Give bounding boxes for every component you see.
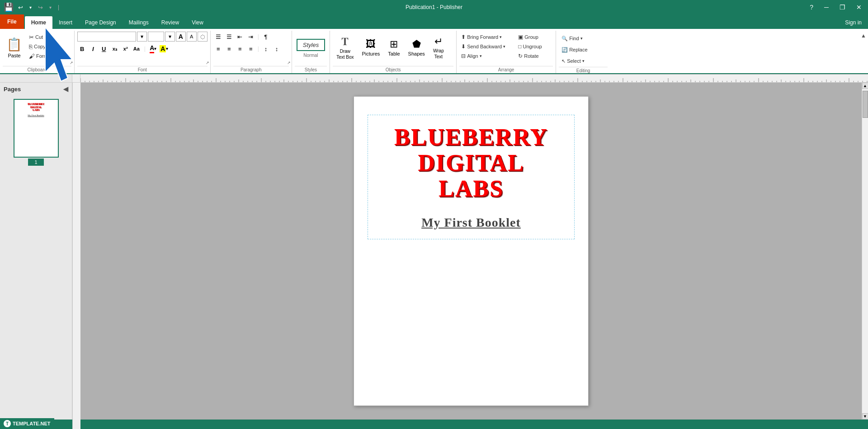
cut-button[interactable]: ✂ Cut xyxy=(27,33,71,42)
ungroup-label: Ungroup xyxy=(523,44,542,49)
pages-collapse-button[interactable]: ◀ xyxy=(63,85,68,93)
find-button[interactable]: 🔍 Find ▾ xyxy=(559,33,585,43)
shapes-icon: ⬟ xyxy=(412,38,421,50)
select-arrow: ▾ xyxy=(582,59,585,63)
qat-redo[interactable]: ↪ xyxy=(36,3,45,12)
align-left-button[interactable]: ≡ xyxy=(213,44,223,54)
clipboard-expand[interactable]: ↗ xyxy=(70,61,73,65)
draw-text-box-button[interactable]: 𝐓 Draw Text Box xyxy=(333,32,357,63)
pages-header: Pages ◀ xyxy=(0,83,72,95)
underline-button[interactable]: U xyxy=(99,44,109,54)
restore-button[interactable]: ❐ xyxy=(837,3,848,12)
align-icon: ⊟ xyxy=(461,53,466,59)
wrap-text-button[interactable]: ↵ Wrap Text xyxy=(429,32,448,63)
ungroup-button[interactable]: □ Ungroup xyxy=(516,42,543,51)
qat-undo-arrow[interactable]: ▾ xyxy=(28,4,33,11)
group-label: Group xyxy=(524,34,538,40)
tab-file[interactable]: File xyxy=(0,14,24,29)
scroll-up-button[interactable]: ▲ xyxy=(862,83,868,89)
font-name-input[interactable] xyxy=(77,32,136,42)
clipboard-secondary: ✂ Cut ⎘ Copy 🖌 Format Painter xyxy=(27,32,71,61)
bold-button[interactable]: B xyxy=(77,44,87,54)
font-shrink-button[interactable]: A xyxy=(187,32,197,42)
font-size-input[interactable] xyxy=(148,32,164,42)
tab-page-design[interactable]: Page Design xyxy=(79,16,123,29)
help-button[interactable]: ? xyxy=(807,3,816,12)
case-button[interactable]: Aa xyxy=(132,44,142,54)
close-button[interactable]: ✕ xyxy=(854,3,864,12)
shapes-button[interactable]: ⬟ Shapes xyxy=(405,32,429,63)
svg-rect-201 xyxy=(72,83,80,429)
select-label: Select xyxy=(567,58,581,64)
find-icon: 🔍 xyxy=(561,36,568,42)
select-button[interactable]: ↖ Select ▾ xyxy=(559,56,587,66)
bring-forward-icon: ⬆ xyxy=(461,34,466,40)
vertical-scrollbar[interactable]: ▲ ▼ xyxy=(862,83,868,420)
shapes-label: Shapes xyxy=(408,51,425,56)
collapse-ribbon-btn[interactable]: ▲ xyxy=(859,31,868,73)
document-title-line3: LABS xyxy=(439,176,504,201)
align-button[interactable]: ⊟ Align ▾ xyxy=(459,51,507,61)
numbering-button[interactable]: ☰ xyxy=(224,32,234,42)
align-right-button[interactable]: ≡ xyxy=(235,44,245,54)
canvas-area[interactable]: BLUEBERRY DIGITAL LABS My First Booklet xyxy=(80,83,862,420)
page-1-thumbnail[interactable]: BLUEBERRYDIGITALLABS My First Booklet xyxy=(14,99,59,158)
document-text-box[interactable]: BLUEBERRY DIGITAL LABS My First Booklet xyxy=(368,115,575,239)
group-button[interactable]: ▣ Group xyxy=(516,33,543,42)
align-arrow: ▾ xyxy=(480,54,482,58)
indent-decrease-button[interactable]: ⇤ xyxy=(235,32,245,42)
format-painter-button[interactable]: 🖌 Format Painter xyxy=(27,51,71,61)
document-title-line2: DIGITAL xyxy=(418,150,524,176)
tab-home[interactable]: Home xyxy=(25,16,52,29)
para-row-1: ☰ ☰ ⇤ ⇥ | ¶ xyxy=(213,32,271,42)
pictures-button[interactable]: 🖼 Pictures xyxy=(359,32,384,63)
font-group: ▾ ▾ A A ◌ B I U x₂ x² Aa | A xyxy=(75,31,211,73)
editing-label: Editing xyxy=(559,67,608,74)
tab-review[interactable]: Review xyxy=(155,16,185,29)
send-backward-arrow: ▾ xyxy=(503,44,505,49)
tab-insert[interactable]: Insert xyxy=(52,16,79,29)
rotate-button[interactable]: ↻ Rotate xyxy=(516,51,543,61)
page-1-thumbnail-container[interactable]: BLUEBERRYDIGITALLABS My First Booklet 1 xyxy=(14,99,59,166)
editing-group-content: 🔍 Find ▾ 🔄 Replace ↖ Select ▾ xyxy=(559,31,608,67)
qat-redo-arrow[interactable]: ▾ xyxy=(47,4,53,11)
bullets-button[interactable]: ☰ xyxy=(213,32,223,42)
format-painter-icon: 🖌 xyxy=(29,53,35,60)
indent-increase-button[interactable]: ⇥ xyxy=(246,32,256,42)
font-label: Font xyxy=(77,66,208,73)
italic-button[interactable]: I xyxy=(88,44,98,54)
para-spacing-button[interactable]: ↕ xyxy=(272,44,282,54)
scroll-down-button[interactable]: ▼ xyxy=(862,413,868,420)
styles-gallery[interactable]: Styles Normal xyxy=(295,33,327,64)
font-row-1: ▾ ▾ A A ◌ xyxy=(77,32,208,42)
tab-mailings[interactable]: Mailings xyxy=(123,16,155,29)
send-backward-button[interactable]: ⬇ Send Backward ▾ xyxy=(459,42,507,51)
font-name-dropdown[interactable]: ▾ xyxy=(137,32,147,42)
subscript-button[interactable]: x₂ xyxy=(110,44,120,54)
send-backward-label: Send Backward xyxy=(467,44,502,49)
paragraph-expand[interactable]: ↗ xyxy=(287,61,291,65)
font-color-button[interactable]: A ▾ xyxy=(148,44,158,54)
copy-button[interactable]: ⎘ Copy xyxy=(27,42,71,51)
show-para-button[interactable]: ¶ xyxy=(261,32,271,42)
superscript-button[interactable]: x² xyxy=(121,44,131,54)
justify-button[interactable]: ≡ xyxy=(246,44,256,54)
minimize-button[interactable]: ─ xyxy=(821,3,831,12)
replace-button[interactable]: 🔄 Replace xyxy=(559,45,590,55)
vertical-ruler-svg xyxy=(72,83,80,429)
signin-button[interactable]: Sign in xyxy=(839,16,868,29)
paste-button[interactable]: 📋 Paste xyxy=(3,32,26,63)
align-center-button[interactable]: ≡ xyxy=(224,44,234,54)
table-button[interactable]: ⊞ Table xyxy=(384,32,403,63)
select-icon: ↖ xyxy=(561,58,566,64)
bring-forward-button[interactable]: ⬆ Bring Forward ▾ xyxy=(459,33,507,42)
qat-undo[interactable]: ↩ xyxy=(16,3,25,12)
font-size-dropdown[interactable]: ▾ xyxy=(165,32,175,42)
line-spacing-button[interactable]: ↕ xyxy=(261,44,271,54)
font-grow-button[interactable]: A xyxy=(176,32,186,42)
highlight-button[interactable]: A ▾ xyxy=(159,44,169,54)
scroll-thumb[interactable] xyxy=(863,91,868,118)
clear-format-button[interactable]: ◌ xyxy=(198,32,208,42)
tab-view[interactable]: View xyxy=(185,16,210,29)
font-expand[interactable]: ↗ xyxy=(206,61,209,65)
